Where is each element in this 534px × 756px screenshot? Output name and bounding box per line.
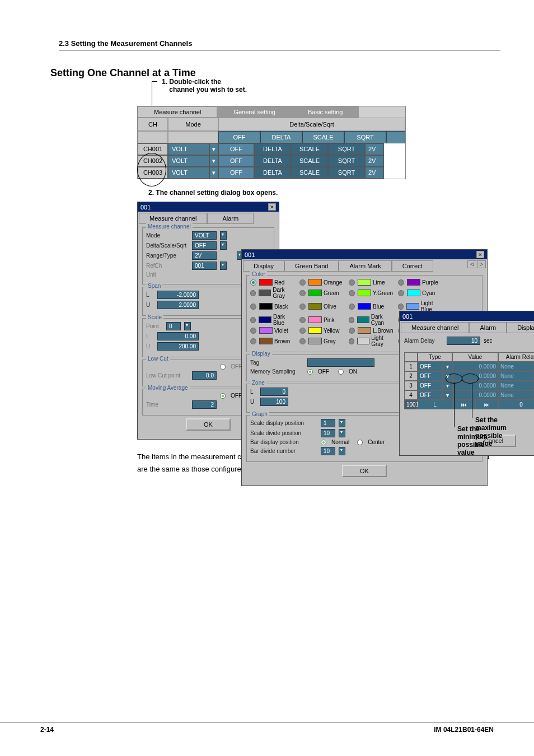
- color-option[interactable]: Orange: [299, 279, 345, 286]
- cell-delta[interactable]: DELTA: [254, 155, 291, 167]
- cell-off[interactable]: OFF: [218, 167, 254, 179]
- dlg-tab-alarmmark[interactable]: Alarm Mark: [339, 260, 391, 272]
- field-scale-l[interactable]: 0.00: [157, 332, 199, 340]
- cell-type[interactable]: OFF: [418, 390, 442, 400]
- cell-range[interactable]: 2V: [365, 155, 384, 167]
- radio-color[interactable]: [299, 290, 306, 296]
- field-rangetype[interactable]: 2V: [192, 251, 217, 260]
- color-option[interactable]: Y.Green: [349, 287, 395, 299]
- radio-color[interactable]: [250, 279, 256, 286]
- cell-ch[interactable]: CH003: [138, 167, 168, 179]
- field-span-u[interactable]: 2.0000: [157, 301, 199, 309]
- cell-ch[interactable]: CH001: [138, 143, 168, 155]
- radio-on[interactable]: [338, 369, 344, 375]
- dropdown-icon[interactable]: ▾: [442, 362, 452, 371]
- radio-off[interactable]: [220, 364, 226, 370]
- dlg-tab-correct[interactable]: Correct: [392, 260, 433, 272]
- table-row[interactable]: CH003 VOLT ▾ OFF DELTA SCALE SQRT 2V: [138, 167, 405, 179]
- cell-delta[interactable]: DELTA: [254, 167, 291, 179]
- dropdown-icon[interactable]: [339, 419, 345, 427]
- tab-general-setting[interactable]: General setting: [217, 106, 292, 118]
- cell-scale[interactable]: SCALE: [291, 155, 328, 167]
- cell-mode[interactable]: VOLT: [168, 155, 209, 167]
- dropdown-icon[interactable]: [220, 262, 227, 270]
- radio-off[interactable]: [220, 393, 226, 399]
- forward-icon[interactable]: ⏭: [475, 400, 498, 409]
- sub-delta[interactable]: DELTA: [260, 131, 302, 143]
- cell-range[interactable]: 2V: [365, 167, 384, 179]
- cell-scale[interactable]: SCALE: [291, 143, 328, 155]
- dropdown-icon[interactable]: [339, 447, 345, 455]
- close-icon[interactable]: ✕: [476, 251, 484, 258]
- color-option[interactable]: Dark Cyan: [349, 314, 395, 326]
- cell-type[interactable]: OFF: [418, 362, 442, 371]
- dropdown-icon[interactable]: ▾: [442, 390, 452, 400]
- foot-val[interactable]: 0: [498, 400, 534, 409]
- sub-off[interactable]: OFF: [218, 131, 260, 143]
- field-bar-div-num[interactable]: 10: [321, 447, 335, 455]
- dropdown-icon[interactable]: ▾: [442, 381, 452, 390]
- color-option[interactable]: Red: [250, 279, 296, 286]
- cell-off[interactable]: OFF: [218, 143, 254, 155]
- color-option[interactable]: Pink: [299, 314, 345, 326]
- color-option[interactable]: Yellow: [299, 327, 345, 334]
- radio-color[interactable]: [398, 279, 404, 286]
- ok-button[interactable]: OK: [342, 465, 387, 477]
- color-option[interactable]: Brown: [250, 335, 296, 347]
- color-option[interactable]: Cyan: [398, 287, 444, 299]
- cell-range[interactable]: 2V: [365, 143, 384, 155]
- color-option[interactable]: Black: [250, 300, 296, 312]
- close-icon[interactable]: ✕: [268, 203, 276, 211]
- color-option[interactable]: Green: [299, 287, 345, 299]
- radio-color[interactable]: [398, 304, 404, 310]
- cell-sqrt[interactable]: SQRT: [328, 155, 365, 167]
- cell-type[interactable]: OFF: [418, 381, 442, 390]
- color-option[interactable]: Gray: [299, 335, 345, 347]
- dlg-tab-display[interactable]: Display: [507, 322, 534, 333]
- dropdown-icon[interactable]: [184, 322, 191, 330]
- radio-color[interactable]: [250, 317, 256, 323]
- field-zone-l[interactable]: 0: [260, 388, 288, 396]
- cell-relay[interactable]: None: [498, 381, 534, 390]
- radio-color[interactable]: [349, 328, 355, 334]
- dlg-tab-alarm[interactable]: Alarm: [469, 322, 507, 333]
- radio-color[interactable]: [349, 290, 355, 296]
- dropdown-icon[interactable]: [220, 231, 227, 240]
- cell-relay[interactable]: None: [498, 390, 534, 400]
- dropdown-icon[interactable]: ▾: [209, 155, 218, 167]
- field-scale-div-pos[interactable]: 10: [321, 429, 335, 437]
- radio-color[interactable]: [299, 304, 306, 310]
- dropdown-icon[interactable]: [220, 241, 227, 250]
- cell-scale[interactable]: SCALE: [291, 167, 328, 179]
- cell-value[interactable]: 0.0000: [452, 362, 498, 371]
- field-scale-disp-pos[interactable]: 1: [321, 419, 335, 427]
- dlg-tab-measure[interactable]: Measure channel: [139, 213, 207, 224]
- color-option[interactable]: Lime: [349, 279, 395, 286]
- color-option[interactable]: Violet: [250, 327, 296, 334]
- radio-color[interactable]: [299, 279, 306, 286]
- field-refch[interactable]: 001: [192, 262, 217, 270]
- cell-relay[interactable]: None: [498, 362, 534, 371]
- radio-color[interactable]: [250, 304, 256, 310]
- cell-sqrt[interactable]: SQRT: [328, 167, 365, 179]
- field-point[interactable]: 0: [166, 322, 181, 330]
- radio-off[interactable]: [307, 369, 313, 375]
- field-time[interactable]: 2: [192, 400, 217, 409]
- dropdown-icon[interactable]: [339, 429, 345, 437]
- color-option[interactable]: Dark Blue: [250, 314, 296, 326]
- radio-color[interactable]: [299, 317, 306, 323]
- cell-ch[interactable]: CH002: [138, 155, 168, 167]
- dlg-tab-greenband[interactable]: Green Band: [284, 260, 339, 272]
- ok-button[interactable]: OK: [186, 418, 231, 431]
- dropdown-icon[interactable]: ▾: [209, 143, 218, 155]
- color-option[interactable]: L.Brown: [349, 327, 395, 334]
- field-lowcut-point[interactable]: 0.0: [192, 371, 217, 380]
- radio-color[interactable]: [250, 328, 256, 334]
- cell-mode[interactable]: VOLT: [168, 143, 209, 155]
- radio-color[interactable]: [250, 338, 256, 344]
- dlg-tab-display[interactable]: Display: [243, 260, 284, 272]
- color-option[interactable]: Dark Gray: [250, 287, 296, 299]
- color-option[interactable]: Light Gray: [349, 335, 395, 347]
- cell-type[interactable]: OFF: [418, 371, 442, 381]
- cell-mode[interactable]: VOLT: [168, 167, 209, 179]
